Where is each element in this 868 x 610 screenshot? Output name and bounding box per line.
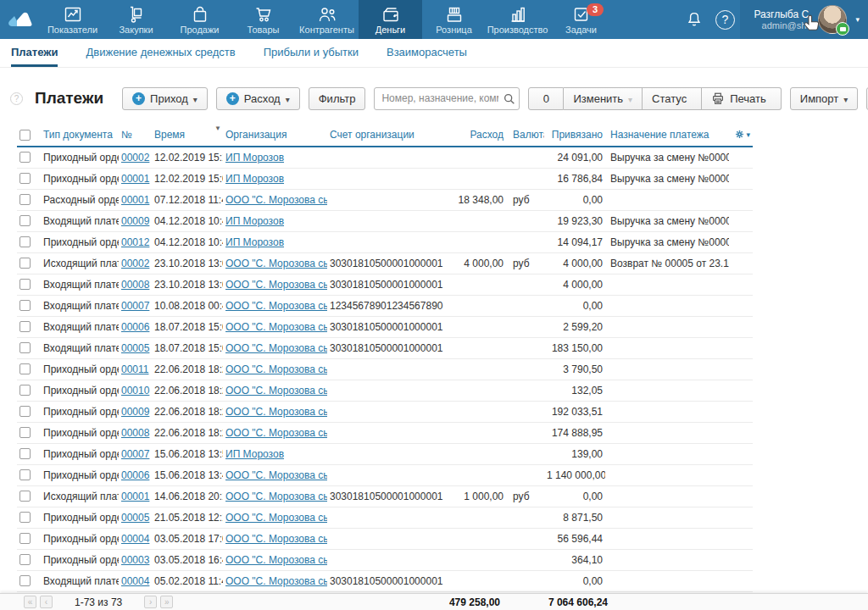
organization-link[interactable]: ООО "С. Морозова сын и ... xyxy=(225,363,327,375)
row-checkbox[interactable] xyxy=(19,215,31,226)
nav-item-sales[interactable]: Продажи xyxy=(168,0,231,39)
table-row[interactable]: Исходящий платеж 00002 23.10.2018 13:06 … xyxy=(17,252,753,274)
document-number-link[interactable]: 00009 xyxy=(121,406,149,418)
organization-link[interactable]: ООО "С. Морозова сын и ... xyxy=(225,279,327,291)
table-row[interactable]: Приходный ордер 00009 22.06.2018 18:23 О… xyxy=(17,401,753,422)
help-button[interactable]: ? xyxy=(709,0,740,39)
status-button[interactable]: Статус xyxy=(643,87,702,110)
row-checkbox[interactable] xyxy=(19,491,31,502)
title-help-icon[interactable]: ? xyxy=(10,92,23,105)
tab-profit-loss[interactable]: Прибыли и убытки xyxy=(264,39,359,67)
organization-link[interactable]: ИП Морозов xyxy=(225,236,284,248)
organization-link[interactable]: ООО "С. Морозова сын и ... xyxy=(225,533,327,545)
row-checkbox[interactable] xyxy=(19,469,31,480)
table-row[interactable]: Расходный ордер 00001 07.12.2018 11:45 О… xyxy=(17,189,753,210)
table-row[interactable]: Приходный ордер 00003 03.05.2018 16:48 О… xyxy=(17,549,753,570)
document-number-link[interactable]: 00012 xyxy=(121,236,149,248)
row-checkbox[interactable] xyxy=(19,279,31,290)
nav-item-purchases[interactable]: Закупки xyxy=(104,0,168,39)
table-row[interactable]: Приходный ордер 00006 15.06.2018 13:45 О… xyxy=(17,464,753,485)
table-row[interactable]: Приходный ордер 00001 12.02.2019 15:05 И… xyxy=(17,168,753,189)
column-header-num[interactable]: № xyxy=(119,124,152,147)
organization-link[interactable]: ООО "С. Морозова сын и ... xyxy=(225,321,327,333)
document-number-link[interactable]: 00004 xyxy=(121,575,149,587)
document-number-link[interactable]: 00006 xyxy=(121,469,149,481)
row-checkbox[interactable] xyxy=(19,321,31,332)
print-button[interactable]: Печать xyxy=(702,87,782,110)
document-number-link[interactable]: 00001 xyxy=(121,194,149,206)
search-input[interactable] xyxy=(374,87,520,110)
document-number-link[interactable]: 00002 xyxy=(121,258,149,269)
organization-link[interactable]: ООО "С. Морозова сын и ... xyxy=(225,342,327,354)
document-number-link[interactable]: 00003 xyxy=(121,554,149,566)
user-menu[interactable]: Разглыба С. admin@sho ▾ xyxy=(740,0,868,39)
nav-item-production[interactable]: Производство xyxy=(486,0,549,39)
organization-link[interactable]: ООО "С. Морозова сын и ... xyxy=(225,427,327,439)
document-number-link[interactable]: 00001 xyxy=(121,491,149,502)
organization-link[interactable]: ООО "С. Морозова сын и ... xyxy=(225,554,327,566)
organization-link[interactable]: ООО "С. Морозова сын и ... xyxy=(225,512,327,524)
column-header-purpose[interactable]: Назначение платежа xyxy=(605,124,729,147)
document-number-link[interactable]: 00002 xyxy=(121,152,149,164)
document-number-link[interactable]: 00008 xyxy=(121,427,149,439)
document-number-link[interactable]: 00007 xyxy=(121,448,149,460)
row-checkbox[interactable] xyxy=(19,342,31,353)
filter-button[interactable]: Фильтр xyxy=(309,87,366,110)
table-row[interactable]: Приходный ордер 00010 22.06.2018 18:23 О… xyxy=(17,380,753,401)
organization-link[interactable]: ИП Морозов xyxy=(225,173,284,185)
organization-link[interactable]: ООО "С. Морозова сын и ... xyxy=(225,194,327,206)
document-number-link[interactable]: 00007 xyxy=(121,300,149,312)
document-number-link[interactable]: 00005 xyxy=(121,342,149,354)
table-row[interactable]: Входящий платеж 00007 10.08.2018 00:42 О… xyxy=(17,295,753,316)
notifications-button[interactable] xyxy=(679,0,709,39)
row-checkbox[interactable] xyxy=(19,173,31,184)
nav-item-indicators[interactable]: Показатели xyxy=(41,0,104,39)
row-checkbox[interactable] xyxy=(19,152,31,163)
row-checkbox[interactable] xyxy=(19,385,31,396)
edit-button[interactable]: Изменить xyxy=(564,87,643,110)
row-checkbox[interactable] xyxy=(19,300,31,311)
add-income-button[interactable]: + Приход xyxy=(122,87,208,110)
column-header-linked[interactable]: Привязано xyxy=(544,124,605,147)
app-logo[interactable] xyxy=(0,0,41,39)
table-row[interactable]: Приходный ордер 00002 12.02.2019 15:15 И… xyxy=(17,147,753,168)
row-checkbox[interactable] xyxy=(19,575,31,586)
table-row[interactable]: Приходный ордер 00011 22.06.2018 18:23 О… xyxy=(17,358,753,380)
nav-item-money[interactable]: Деньги xyxy=(359,0,422,39)
document-number-link[interactable]: 00010 xyxy=(121,385,149,396)
row-checkbox[interactable] xyxy=(19,258,31,269)
document-number-link[interactable]: 00005 xyxy=(121,512,149,524)
tab-settlements[interactable]: Взаиморасчеты xyxy=(387,39,467,67)
organization-link[interactable]: ИП Морозов xyxy=(225,152,284,164)
document-number-link[interactable]: 00009 xyxy=(121,215,149,227)
nav-item-counterparties[interactable]: Контрагенты xyxy=(295,0,359,39)
column-header-account[interactable]: Счет организации xyxy=(327,124,450,147)
row-checkbox[interactable] xyxy=(19,236,31,247)
add-expense-button[interactable]: + Расход xyxy=(216,87,300,110)
table-row[interactable]: Приходный ордер 00004 03.05.2018 17:07 О… xyxy=(17,528,753,549)
table-row[interactable]: Входящий платеж 00009 04.12.2018 10:40 И… xyxy=(17,210,753,231)
table-row[interactable]: Входящий платеж 00005 18.07.2018 15:06 О… xyxy=(17,337,753,358)
table-row[interactable]: Приходный ордер 00005 21.05.2018 12:15 О… xyxy=(17,507,753,528)
nav-item-tasks[interactable]: Задачи 3 xyxy=(549,0,613,39)
column-settings-button[interactable] xyxy=(735,128,750,140)
document-number-link[interactable]: 00008 xyxy=(121,279,149,291)
column-header-time[interactable]: Время ▼ xyxy=(152,124,223,147)
document-number-link[interactable]: 00006 xyxy=(121,321,149,333)
row-checkbox[interactable] xyxy=(19,406,31,417)
import-button[interactable]: Импорт xyxy=(790,87,858,110)
table-row[interactable]: Входящий платеж 00004 05.02.2018 11:42 О… xyxy=(17,570,753,591)
avatar[interactable] xyxy=(818,5,847,34)
table-row[interactable]: Входящий платеж 00006 18.07.2018 15:08 О… xyxy=(17,316,753,337)
document-number-link[interactable]: 00004 xyxy=(121,533,149,545)
table-row[interactable]: Приходный ордер 00007 15.06.2018 13:50 И… xyxy=(17,443,753,464)
column-header-org[interactable]: Организация xyxy=(223,124,327,147)
tab-payments[interactable]: Платежи xyxy=(11,39,58,67)
row-checkbox[interactable] xyxy=(19,554,31,565)
organization-link[interactable]: ООО "С. Морозова сын и ... xyxy=(225,300,327,312)
search-icon[interactable] xyxy=(503,92,515,105)
row-checkbox[interactable] xyxy=(19,194,31,205)
document-number-link[interactable]: 00011 xyxy=(121,363,148,375)
organization-link[interactable]: ИП Морозов xyxy=(225,215,284,227)
organization-link[interactable]: ИП Морозов xyxy=(225,448,284,460)
